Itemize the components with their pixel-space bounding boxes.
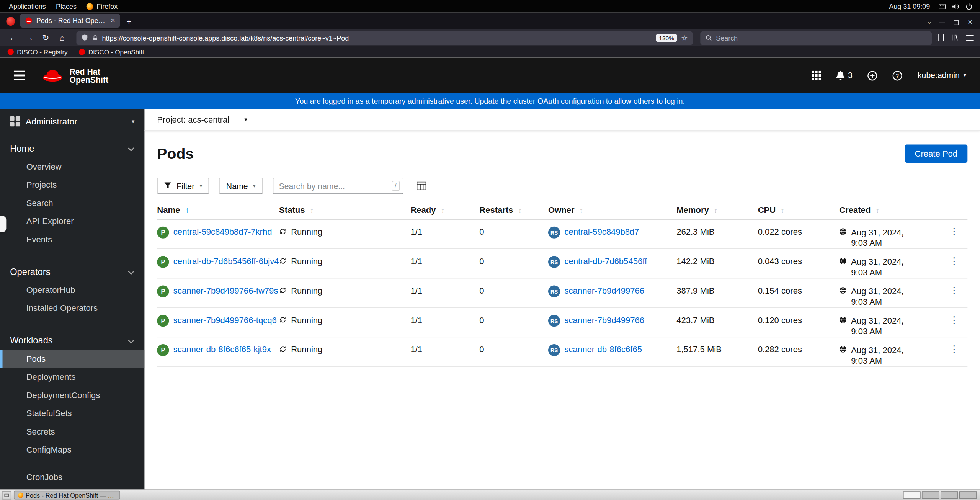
kebab-menu-button[interactable]: ⋮	[949, 315, 959, 324]
owner-link[interactable]: scanner-7b9d499766	[565, 286, 645, 296]
url-input[interactable]	[102, 34, 652, 42]
home-button[interactable]: ⌂	[55, 31, 69, 45]
workspace-4[interactable]	[959, 491, 977, 499]
tracking-shield-icon[interactable]	[82, 32, 88, 43]
sort-icon[interactable]: ↕	[781, 206, 784, 214]
perspective-switcher[interactable]: Administrator ▾	[0, 109, 145, 132]
filter-dropdown[interactable]: Filter ▾	[157, 178, 209, 194]
sidebar-item-pods[interactable]: Pods	[0, 350, 145, 368]
firefox-app-menu[interactable]: Firefox	[82, 0, 122, 13]
keyboard-icon[interactable]	[939, 3, 946, 9]
taskbar-window-button[interactable]: Pods - Red Hat OpenShift — Mozil...	[14, 491, 120, 500]
pod-name-link[interactable]: scanner-db-8f6c6f65-kjt9x	[173, 345, 271, 355]
kebab-menu-button[interactable]: ⋮	[949, 286, 959, 295]
cluster-oauth-configuration-link[interactable]: cluster OAuth configuration	[513, 97, 604, 106]
pod-name-link[interactable]: scanner-7b9d499766-tqcq6	[173, 315, 277, 325]
window-maximize-button[interactable]	[954, 20, 959, 25]
browser-tab[interactable]: Pods - Red Hat OpenShift ×	[20, 14, 120, 28]
library-icon[interactable]	[951, 32, 959, 43]
column-header-cpu[interactable]: CPU↕	[758, 205, 840, 215]
places-menu[interactable]: Places	[51, 0, 82, 13]
nav-toggle-hamburger-icon[interactable]	[14, 70, 25, 80]
sidebar-item-projects[interactable]: Projects	[0, 176, 145, 194]
sidebar-item-operatorhub[interactable]: OperatorHub	[0, 281, 145, 299]
lock-icon[interactable]	[92, 32, 98, 43]
sidebar-item-configmaps[interactable]: ConfigMaps	[0, 441, 145, 459]
system-clock[interactable]: Aug 31 09:09	[889, 3, 930, 10]
manage-columns-button[interactable]	[413, 178, 430, 194]
create-pod-button[interactable]: Create Pod	[905, 145, 967, 163]
kebab-menu-button[interactable]: ⋮	[949, 345, 959, 354]
workspace-3[interactable]	[941, 491, 958, 499]
back-button[interactable]: ←	[6, 31, 20, 45]
hamburger-menu-icon[interactable]	[966, 35, 974, 41]
pods-search-input[interactable]	[273, 178, 403, 194]
sidebar-item-overview[interactable]: Overview	[0, 158, 145, 176]
sidebar-item-deployments[interactable]: Deployments	[0, 368, 145, 386]
sidebar-item-statefulsets[interactable]: StatefulSets	[0, 404, 145, 422]
owner-link[interactable]: central-59c849b8d7	[565, 227, 639, 237]
sidebar-item-api-explorer[interactable]: API Explorer	[0, 212, 145, 230]
bookmark-star-icon[interactable]: ☆	[681, 33, 688, 42]
pod-name-link[interactable]: central-59c849b8d7-7krhd	[173, 227, 272, 237]
browser-search-input[interactable]	[716, 34, 927, 42]
kebab-menu-button[interactable]: ⋮	[949, 257, 959, 265]
sort-icon[interactable]: ↕	[310, 206, 314, 214]
sidebar-item-secrets[interactable]: Secrets	[0, 422, 145, 440]
project-selector[interactable]: Project: acs-central ▾	[145, 109, 980, 131]
app-launcher-grid-icon[interactable]	[812, 71, 821, 80]
sort-icon[interactable]: ↕	[714, 206, 718, 214]
sidebar-item-installed-operators[interactable]: Installed Operators	[0, 299, 145, 317]
help-question-icon[interactable]: ?	[893, 70, 903, 80]
bookmark-disco-openshift[interactable]: DISCO - OpenShift	[79, 48, 144, 56]
column-header-owner[interactable]: Owner↕	[548, 205, 676, 215]
nav-drag-handle[interactable]: ⋮	[0, 216, 6, 232]
bookmark-disco-registry[interactable]: DISCO - Registry	[8, 48, 68, 56]
window-close-button[interactable]: ×	[968, 20, 972, 25]
sort-icon[interactable]: ↕	[875, 206, 879, 214]
browser-search-bar[interactable]	[700, 31, 932, 45]
sort-icon[interactable]: ↕	[441, 206, 445, 214]
quick-create-plus-icon[interactable]	[867, 70, 877, 80]
reload-button[interactable]: ↻	[39, 31, 52, 45]
sort-icon[interactable]: ↕	[580, 206, 583, 214]
sidebar-section-workloads[interactable]: Workloads	[0, 331, 145, 350]
power-icon[interactable]	[965, 3, 972, 10]
search-attribute-dropdown[interactable]: Name ▾	[219, 178, 263, 194]
window-minimize-button[interactable]	[939, 22, 945, 23]
workspace-1[interactable]	[903, 491, 921, 499]
column-header-created[interactable]: Created↕	[839, 205, 933, 215]
sidebar-section-operators[interactable]: Operators	[0, 262, 145, 281]
new-tab-button[interactable]: +	[126, 16, 131, 26]
kebab-menu-button[interactable]: ⋮	[949, 227, 959, 236]
owner-link[interactable]: scanner-7b9d499766	[565, 315, 645, 325]
window-list-applet-icon[interactable]	[2, 491, 11, 499]
owner-link[interactable]: central-db-7d6b5456ff	[565, 257, 647, 266]
zoom-level-badge[interactable]: 130%	[656, 34, 677, 42]
column-header-memory[interactable]: Memory↕	[676, 205, 758, 215]
sidebar-item-events[interactable]: Events	[0, 230, 145, 248]
url-bar[interactable]: 130% ☆	[76, 31, 693, 45]
tab-close-icon[interactable]: ×	[111, 16, 115, 25]
sidebar-item-search[interactable]: Search	[0, 194, 145, 212]
firefox-view-icon[interactable]	[6, 17, 15, 26]
column-header-name[interactable]: Name↑	[157, 205, 279, 215]
pod-name-link[interactable]: central-db-7d6b5456ff-6bjv4	[173, 257, 279, 266]
applications-menu[interactable]: Applications	[4, 0, 51, 13]
sidebar-item-deploymentconfigs[interactable]: DeploymentConfigs	[0, 386, 145, 404]
column-header-restarts[interactable]: Restarts↕	[479, 205, 548, 215]
notifications-bell-icon[interactable]: 3	[836, 71, 853, 80]
forward-button[interactable]: →	[23, 31, 36, 45]
owner-link[interactable]: scanner-db-8f6c6f65	[565, 345, 642, 355]
list-all-tabs-icon[interactable]: ⌄	[927, 18, 932, 25]
volume-icon[interactable]	[952, 3, 959, 10]
sidebar-item-cronjobs[interactable]: CronJobs	[0, 468, 145, 486]
column-header-ready[interactable]: Ready↕	[410, 205, 479, 215]
sort-ascending-icon[interactable]: ↑	[185, 205, 189, 215]
sidebar-section-home[interactable]: Home	[0, 139, 145, 158]
pod-name-link[interactable]: scanner-7b9d499766-fw79s	[173, 286, 278, 296]
column-header-status[interactable]: Status↕	[279, 205, 410, 215]
user-menu[interactable]: kube:admin ▾	[918, 71, 966, 80]
sort-icon[interactable]: ↕	[518, 206, 522, 214]
workspace-2[interactable]	[922, 491, 939, 499]
